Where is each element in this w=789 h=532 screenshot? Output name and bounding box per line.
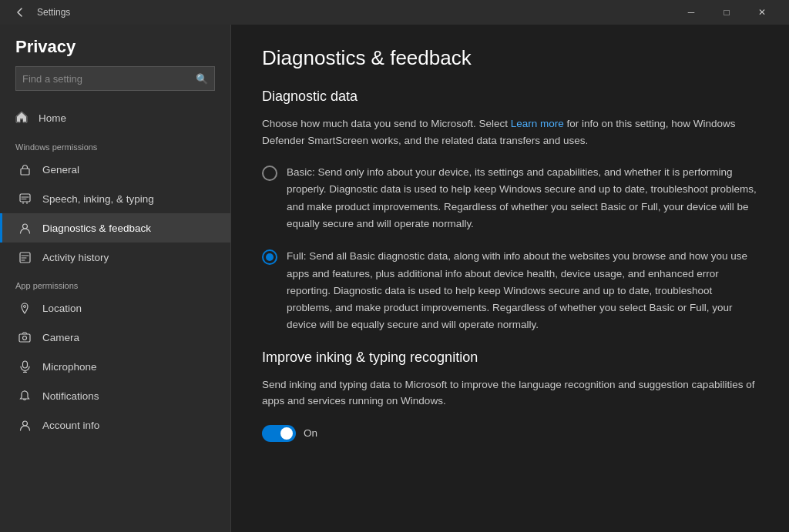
location-label: Location: [42, 303, 82, 314]
sidebar-item-speech[interactable]: Speech, inking, & typing: [0, 184, 230, 213]
window-title: Settings: [37, 7, 673, 18]
basic-radio-text: Basic: Send only info about your device,…: [287, 164, 758, 233]
notifications-icon: [18, 389, 32, 403]
basic-radio-button[interactable]: [262, 166, 277, 181]
sidebar-item-activity[interactable]: Activity history: [0, 243, 230, 272]
search-icon: 🔍: [196, 73, 208, 85]
sidebar: Privacy 🔍 Home Windows permissions: [0, 25, 231, 532]
inking-toggle[interactable]: [262, 425, 296, 442]
minimize-button[interactable]: ─: [673, 0, 709, 25]
speech-label: Speech, inking, & typing: [42, 193, 154, 205]
toggle-knob: [280, 427, 293, 440]
content-area: Diagnostics & feedback Diagnostic data C…: [231, 25, 789, 532]
account-icon: [18, 418, 32, 432]
svg-rect-7: [22, 361, 27, 368]
camera-label: Camera: [42, 332, 79, 343]
inking-toggle-label: On: [304, 427, 317, 439]
activity-label: Activity history: [42, 252, 109, 263]
sidebar-section-title: Privacy: [15, 37, 215, 57]
general-label: General: [42, 164, 79, 176]
activity-icon: [18, 250, 32, 264]
search-box[interactable]: 🔍: [15, 66, 215, 91]
microphone-label: Microphone: [42, 361, 97, 373]
inking-section-title: Improve inking & typing recognition: [262, 350, 758, 366]
sidebar-header: Privacy 🔍: [0, 25, 230, 103]
account-info-label: Account info: [42, 420, 99, 431]
svg-rect-1: [20, 194, 30, 202]
location-icon: [18, 301, 32, 315]
full-radio-button[interactable]: [262, 249, 277, 265]
window-controls: ─ □ ✕: [673, 0, 780, 25]
windows-permissions-label: Windows permissions: [0, 133, 230, 155]
diagnostic-data-title: Diagnostic data: [262, 89, 758, 105]
back-button[interactable]: [9, 2, 31, 23]
svg-point-6: [23, 336, 27, 340]
sidebar-item-general[interactable]: General: [0, 155, 230, 184]
description-part1: Choose how much data you send to Microso…: [262, 118, 511, 129]
notifications-label: Notifications: [42, 390, 99, 402]
learn-more-link[interactable]: Learn more: [511, 118, 564, 129]
svg-rect-0: [21, 169, 29, 175]
full-radio-option[interactable]: Full: Send all Basic diagnostic data, al…: [262, 248, 758, 333]
lock-icon: [18, 162, 32, 176]
svg-point-4: [24, 305, 26, 307]
maximize-button[interactable]: □: [709, 0, 744, 25]
app-permissions-label: App permissions: [0, 272, 230, 293]
sidebar-item-camera[interactable]: Camera: [0, 323, 230, 352]
diagnostics-label: Diagnostics & feedback: [42, 223, 151, 234]
title-bar: Settings ─ □ ✕: [0, 0, 789, 25]
svg-rect-5: [19, 334, 30, 342]
diagnostic-description: Choose how much data you send to Microso…: [262, 115, 758, 149]
diagnostics-icon: [18, 221, 32, 235]
svg-point-2: [22, 224, 27, 229]
svg-point-10: [22, 421, 27, 426]
home-icon: [15, 111, 28, 125]
search-input[interactable]: [22, 73, 196, 85]
camera-icon: [18, 330, 32, 344]
sidebar-item-location[interactable]: Location: [0, 293, 230, 323]
sidebar-item-notifications[interactable]: Notifications: [0, 381, 230, 410]
speech-icon: [18, 192, 32, 206]
microphone-icon: [18, 360, 32, 373]
page-title: Diagnostics & feedback: [262, 46, 758, 70]
sidebar-item-diagnostics[interactable]: Diagnostics & feedback: [0, 213, 230, 243]
full-radio-text: Full: Send all Basic diagnostic data, al…: [287, 248, 758, 333]
close-button[interactable]: ✕: [744, 0, 780, 25]
main-layout: Privacy 🔍 Home Windows permissions: [0, 25, 789, 532]
basic-radio-option[interactable]: Basic: Send only info about your device,…: [262, 164, 758, 233]
sidebar-item-account-info[interactable]: Account info: [0, 410, 230, 440]
home-label: Home: [39, 112, 66, 124]
sidebar-item-home[interactable]: Home: [0, 103, 230, 133]
inking-description: Send inking and typing data to Microsoft…: [262, 376, 758, 410]
inking-toggle-row: On: [262, 425, 758, 442]
sidebar-item-microphone[interactable]: Microphone: [0, 352, 230, 381]
